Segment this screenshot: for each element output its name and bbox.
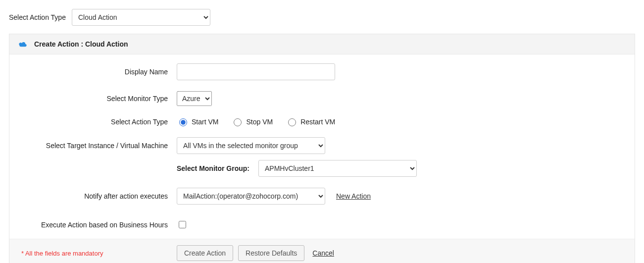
monitor-type-label: Select Monitor Type (18, 95, 177, 103)
cloud-icon (18, 41, 27, 48)
panel-footer: * All the fields are mandatory Create Ac… (9, 239, 635, 263)
display-name-label: Display Name (18, 68, 177, 76)
target-instance-label: Select Target Instance / Virtual Machine (18, 142, 177, 150)
radio-stop-vm-input[interactable] (234, 118, 242, 126)
create-action-button[interactable]: Create Action (177, 245, 233, 261)
target-instance-select[interactable]: All VMs in the selected monitor group (177, 137, 325, 154)
panel-title: Create Action : Cloud Action (34, 40, 128, 48)
notify-label: Notify after action executes (18, 192, 177, 200)
monitor-group-select[interactable]: APMHvCluster1 (258, 160, 417, 177)
panel-header: Create Action : Cloud Action (9, 34, 635, 54)
radio-stop-vm[interactable]: Stop VM (231, 117, 273, 126)
radio-restart-vm-input[interactable] (288, 118, 296, 126)
radio-restart-vm-label: Restart VM (300, 118, 335, 126)
new-action-link[interactable]: New Action (336, 192, 371, 200)
cancel-link[interactable]: Cancel (312, 249, 334, 257)
radio-start-vm[interactable]: Start VM (177, 117, 218, 126)
radio-start-vm-input[interactable] (179, 118, 187, 126)
notify-select[interactable]: MailAction:(operator@zohocorp.com) (177, 188, 325, 205)
radio-start-vm-label: Start VM (192, 118, 218, 126)
business-hours-label: Execute Action based on Business Hours (18, 221, 177, 229)
restore-defaults-button[interactable]: Restore Defaults (238, 245, 304, 261)
business-hours-checkbox[interactable] (179, 221, 186, 228)
top-action-type-select[interactable]: Cloud Action (72, 9, 210, 26)
radio-restart-vm[interactable]: Restart VM (286, 117, 335, 126)
monitor-group-label: Select Monitor Group: (177, 164, 249, 172)
mandatory-note: * All the fields are mandatory (18, 250, 177, 257)
radio-stop-vm-label: Stop VM (246, 118, 273, 126)
monitor-type-select[interactable]: Azure (177, 91, 212, 106)
create-action-panel: Create Action : Cloud Action Display Nam… (9, 34, 635, 263)
action-type-label: Select Action Type (18, 118, 177, 126)
display-name-input[interactable] (177, 63, 335, 80)
top-action-type-label: Select Action Type (9, 13, 66, 21)
